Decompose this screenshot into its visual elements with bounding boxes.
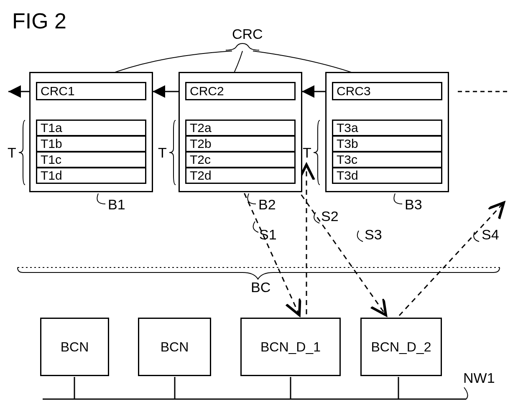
t3b-row: T3b [332, 135, 442, 152]
bcn-box-2: BCN [138, 318, 211, 376]
t1a-row: T1a [36, 120, 146, 136]
t1c-row: T1c [36, 151, 146, 168]
svg-line-7 [399, 203, 504, 316]
t2c-row: T2c [185, 151, 296, 168]
s2-label: S2 [321, 208, 339, 224]
bcn-box-1: BCN [40, 318, 109, 376]
bc-label: BC [251, 279, 270, 295]
s3-label: S3 [365, 227, 382, 243]
t2b-row: T2b [185, 135, 296, 152]
figure-title: FIG 2 [12, 8, 66, 33]
s4-label: S4 [482, 227, 499, 243]
t1b-row: T1b [36, 135, 146, 152]
b1-label: B1 [108, 196, 125, 213]
s1-label: S1 [259, 227, 277, 243]
b2-label: B2 [258, 196, 276, 213]
t-label-2: T [158, 145, 167, 161]
bcn-d-1-box: BCN_D_1 [240, 318, 341, 376]
t-label-3: T [303, 145, 311, 161]
t-label-1: T [8, 145, 16, 161]
t3c-row: T3c [332, 151, 442, 168]
crc3-box: CRC3 [332, 82, 442, 100]
nw1-label: NW1 [463, 370, 495, 386]
t3a-row: T3a [332, 120, 442, 136]
crc2-box: CRC2 [185, 82, 296, 100]
t3d-row: T3d [332, 167, 442, 184]
bcn-d-2-box: BCN_D_2 [360, 318, 442, 376]
t1d-row: T1d [36, 167, 146, 184]
t2a-row: T2a [185, 120, 296, 136]
b3-label: B3 [405, 196, 422, 213]
crc1-box: CRC1 [36, 82, 146, 100]
t2d-row: T2d [185, 167, 296, 184]
svg-line-6 [296, 187, 386, 315]
crc-label: CRC [232, 26, 263, 42]
